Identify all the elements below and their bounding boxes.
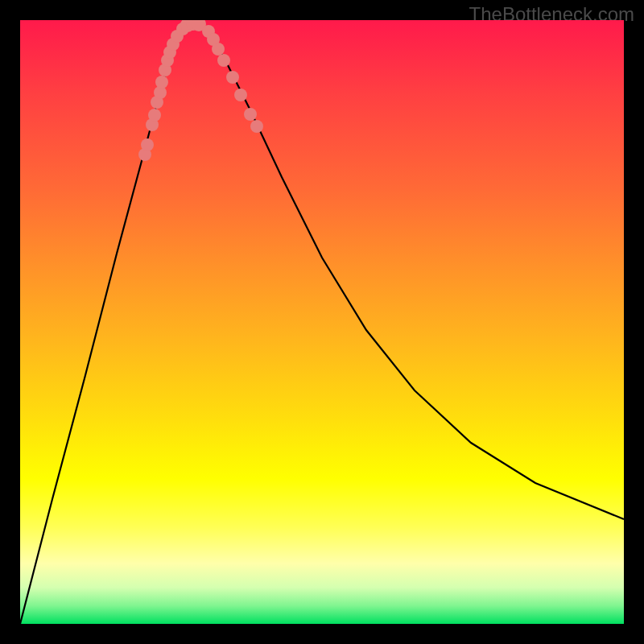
data-markers-group bbox=[138, 20, 263, 161]
bottleneck-curve bbox=[20, 23, 624, 624]
data-marker bbox=[217, 54, 230, 67]
data-marker bbox=[226, 71, 239, 84]
curve-overlay bbox=[20, 20, 624, 624]
data-marker bbox=[141, 138, 154, 151]
plot-gradient-area bbox=[20, 20, 624, 624]
data-marker bbox=[234, 89, 247, 101]
data-marker bbox=[244, 108, 257, 121]
data-marker bbox=[250, 120, 263, 133]
data-marker bbox=[148, 109, 161, 122]
data-marker bbox=[155, 76, 168, 89]
data-marker bbox=[212, 43, 225, 56]
chart-frame: TheBottleneck.com bbox=[0, 0, 644, 644]
